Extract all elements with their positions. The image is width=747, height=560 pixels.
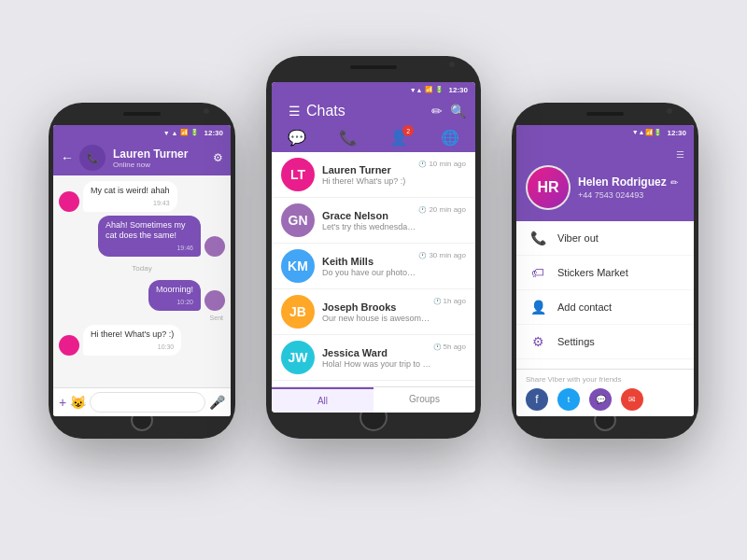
share-bar: Share Viber with your friends f t 💬 ✉ — [516, 369, 694, 416]
chat-item[interactable]: GN Grace Nelson Let's try this wednesday… — [272, 198, 475, 244]
emoji-icon[interactable]: 😺 — [70, 395, 86, 410]
tab-groups[interactable]: Groups — [374, 387, 475, 413]
search-icon[interactable]: 🔍 — [450, 104, 466, 119]
avatar: JW — [281, 341, 315, 374]
menu-label: Viber out — [557, 232, 599, 244]
message-bubble: Hi there! What's up? :) 10:30 — [83, 325, 181, 356]
menu-item-stickers[interactable]: 🏷 Stickers Market — [516, 256, 694, 290]
edit-icon[interactable]: ✏ — [431, 104, 443, 119]
chat-info: Grace Nelson Let's try this wednesday...… — [322, 210, 418, 231]
menu-item-add-contact[interactable]: 👤 Add contact — [516, 290, 694, 325]
message-bubble: My cat is weird! ahah 19:43 — [83, 181, 177, 212]
message-text: Ahah! Sometimes my cat does the same! — [106, 220, 186, 241]
chat-item[interactable]: JW Jessica Ward Hola! How was your trip … — [272, 335, 475, 381]
social-icons: f t 💬 ✉ — [526, 388, 684, 411]
tab-world[interactable]: 🌐 — [441, 129, 459, 147]
chat-preview: Do you have our photos from the nye? — [322, 268, 418, 277]
profile-name: Helen Rodriguez — [578, 175, 667, 189]
contacts-badge: 2 — [402, 125, 414, 136]
menu-list: 📞 Viber out 🏷 Stickers Market 👤 Add cont… — [516, 221, 694, 369]
message-row: My cat is weird! ahah 19:43 — [59, 181, 225, 212]
hamburger-icon[interactable]: ☰ — [676, 149, 684, 160]
share-text: Share Viber with your friends — [526, 375, 684, 384]
msg-avatar — [59, 191, 79, 212]
menu-item-settings[interactable]: ⚙ Settings — [516, 325, 694, 359]
chat-time: 🕐 30 min ago — [418, 251, 466, 259]
chat-time: 🕐 10 min ago — [418, 160, 466, 168]
message-time: 19:43 — [91, 199, 170, 207]
menu-item-viber-out[interactable]: 📞 Viber out — [516, 221, 694, 256]
status-bar-right: ▼▲📶🔋 12:30 — [516, 125, 694, 140]
message-row: Hi there! What's up? :) 10:30 — [59, 325, 225, 356]
message-bubble: Moorning! 10:20 — [148, 280, 201, 311]
chat-info: Joseph Brooks Our new house is awesome! … — [322, 301, 433, 323]
contact-name: Lauren Turner — [113, 147, 213, 161]
avatar: GN — [281, 203, 315, 237]
menu-item-about[interactable]: ℹ About — [516, 359, 694, 369]
chat-input[interactable] — [90, 392, 205, 413]
chat-info: Jessica Ward Hola! How was your trip to … — [322, 347, 433, 369]
message-text: Moorning! — [156, 285, 193, 294]
facebook-btn[interactable]: f — [526, 388, 548, 411]
time-center: 12:30 — [449, 86, 468, 94]
add-icon[interactable]: + — [59, 395, 66, 410]
add-contact-icon: 👤 — [529, 300, 546, 315]
email-share-btn[interactable]: ✉ — [621, 388, 643, 411]
app-title: Chats — [306, 103, 424, 119]
chat-time: 🕐 5h ago — [433, 343, 466, 351]
msg-avatar — [204, 236, 225, 257]
tab-messages[interactable]: 💬 — [288, 129, 306, 147]
app-header: ☰ Chats ✏ 🔍 — [272, 97, 475, 125]
chat-item[interactable]: KM Keith Mills Do you have our photos fr… — [272, 244, 475, 289]
tab-contacts[interactable]: 👤 2 — [389, 129, 408, 147]
time-left: 12:30 — [204, 129, 223, 137]
profile-avatar-area: HR Helen Rodriguez ✏ +44 7543 024493 — [526, 165, 684, 210]
messages-area: My cat is weird! ahah 19:43 Ahah! Someti… — [53, 175, 231, 387]
stickers-icon: 🏷 — [529, 265, 546, 280]
chat-name: Grace Nelson — [322, 210, 418, 221]
menu-label: Stickers Market — [557, 267, 628, 278]
chat-name: Joseph Brooks — [322, 301, 433, 313]
chat-item[interactable]: LT Lauren Turner Hi there! What's up? :)… — [272, 152, 475, 198]
left-phone: ▼ ▲ 📶 🔋 12:30 ← 📞 Lauren Turner Online n… — [49, 103, 235, 439]
chat-input-bar: + 😺 🎤 — [53, 387, 231, 416]
date-divider: Today — [59, 264, 225, 273]
chat-preview: Hi there! What's up? :) — [322, 176, 418, 186]
menu-icon[interactable]: ☰ — [289, 104, 301, 119]
chat-header: ← 📞 Lauren Turner Online now ⚙ — [53, 140, 231, 175]
chat-item[interactable]: JB Joseph Brooks Our new house is awesom… — [272, 289, 475, 335]
mic-icon[interactable]: 🎤 — [209, 395, 225, 410]
contact-info: Lauren Turner Online now — [113, 147, 213, 169]
message-row: Ahah! Sometimes my cat does the same! 19… — [59, 216, 225, 257]
menu-label: Settings — [557, 336, 595, 347]
profile-phone: +44 7543 024493 — [578, 190, 678, 200]
twitter-btn[interactable]: t — [557, 388, 580, 411]
avatar: KM — [281, 249, 315, 283]
chat-preview: Our new house is awesome! You should com… — [322, 314, 433, 323]
center-phone: ▼▲ 📶 🔋 12:30 ☰ Chats ✏ 🔍 💬 📞 👤 2 — [266, 56, 481, 439]
right-phone: ▼▲📶🔋 12:30 ☰ HR Helen Rodriguez ✏ — [512, 103, 698, 439]
chat-preview: Let's try this wednesday... Is that alri… — [322, 222, 418, 231]
message-row: Moorning! 10:20 — [59, 280, 225, 311]
msg-avatar — [59, 335, 79, 356]
chat-info: Lauren Turner Hi there! What's up? :) — [322, 164, 418, 186]
tab-all[interactable]: All — [272, 387, 374, 413]
chat-info: Keith Mills Do you have our photos from … — [322, 256, 418, 277]
chat-preview: Hola! How was your trip to Dominican Rep… — [322, 359, 433, 369]
viber-share-btn[interactable]: 💬 — [589, 388, 612, 411]
message-time: 10:20 — [156, 298, 193, 306]
tab-calls[interactable]: 📞 — [339, 129, 358, 147]
avatar: JB — [281, 295, 315, 329]
chat-time: 🕐 1h ago — [433, 297, 466, 305]
message-time: 19:46 — [106, 244, 193, 252]
back-button[interactable]: ← — [61, 150, 74, 165]
chat-name: Keith Mills — [322, 256, 418, 267]
profile-edit-icon[interactable]: ✏ — [670, 177, 678, 188]
message-text: My cat is weird! ahah — [91, 186, 170, 195]
message-text: Hi there! What's up? :) — [91, 329, 174, 339]
chat-list: LT Lauren Turner Hi there! What's up? :)… — [272, 152, 475, 386]
sent-label: Sent — [59, 315, 223, 321]
call-button[interactable]: 📞 — [79, 145, 106, 171]
settings-icon[interactable]: ⚙ — [213, 151, 223, 164]
profile-avatar: HR — [526, 165, 571, 210]
